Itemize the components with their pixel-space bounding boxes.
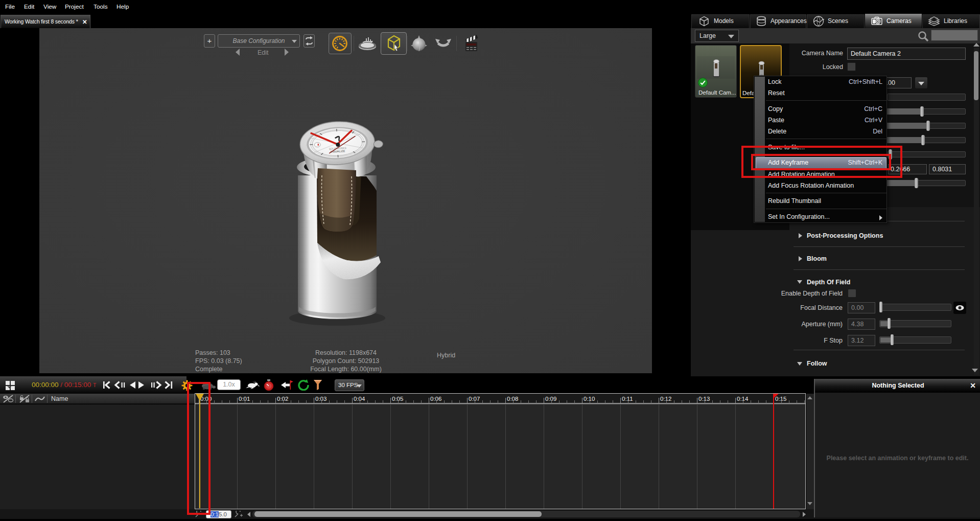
svg-text:0:09: 0:09 (545, 396, 556, 402)
svg-text:0:14: 0:14 (737, 396, 749, 402)
svg-text:0:07: 0:07 (469, 396, 480, 402)
svg-text:0:12: 0:12 (660, 396, 671, 402)
svg-text:0:04: 0:04 (354, 396, 365, 402)
svg-text:0:06: 0:06 (430, 396, 441, 402)
svg-text:0:05: 0:05 (392, 396, 403, 402)
svg-text:0:01: 0:01 (239, 396, 250, 402)
svg-text:0:08: 0:08 (507, 396, 518, 402)
svg-text:0:13: 0:13 (698, 396, 710, 402)
svg-text:0:11: 0:11 (622, 396, 633, 402)
svg-text:0:10: 0:10 (584, 396, 595, 402)
svg-text:0:03: 0:03 (315, 396, 326, 402)
svg-text:0:02: 0:02 (277, 396, 288, 402)
